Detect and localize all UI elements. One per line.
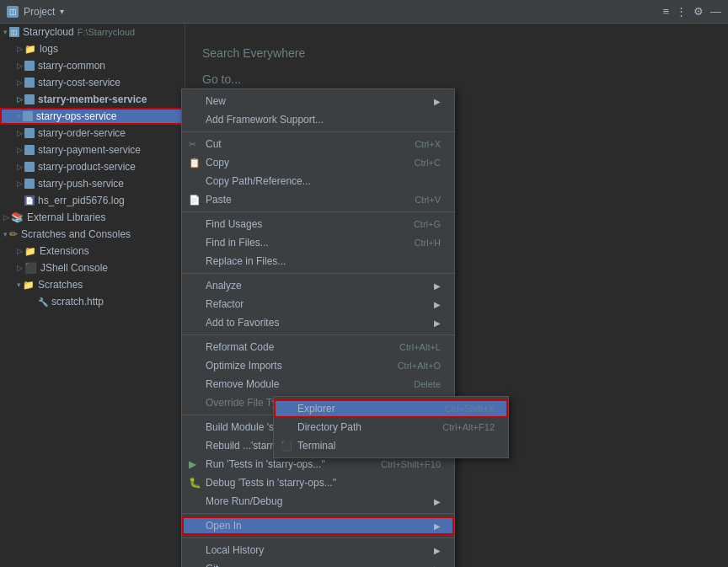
shortcut: Ctrl+G bbox=[414, 219, 441, 229]
expand-arrow: ▷ bbox=[17, 163, 23, 171]
submenu-item-terminal[interactable]: ⬛ Terminal bbox=[274, 436, 508, 455]
root-label: Starrycloud bbox=[23, 26, 74, 38]
tree-item-extensions[interactable]: ▷ 📁 Extensions bbox=[0, 243, 185, 259]
shortcut: Ctrl+Shift+F10 bbox=[381, 459, 441, 469]
submenu-arrow: ▶ bbox=[434, 281, 441, 291]
menu-item-add-to-favorites[interactable]: Add to Favorites ▶ bbox=[182, 313, 454, 332]
menu-item-local-history[interactable]: Local History ▶ bbox=[182, 541, 454, 559]
shortcut: Ctrl+Alt+O bbox=[398, 361, 441, 371]
expand-arrow: ▾ bbox=[17, 112, 21, 120]
menu-item-git[interactable]: Git ▶ bbox=[182, 559, 454, 567]
item-label: New bbox=[206, 95, 226, 107]
item-label: starry-order-service bbox=[38, 127, 126, 139]
tree-item-starry-member-service[interactable]: ▷ starry-member-service bbox=[0, 91, 185, 108]
tree-item-starry-cost-service[interactable]: ▷ starry-cost-service bbox=[0, 74, 185, 91]
item-label: Git bbox=[206, 563, 218, 567]
submenu-arrow: ▶ bbox=[434, 318, 441, 328]
tree-item-scratch-http[interactable]: ▷ 🔧 scratch.http bbox=[0, 293, 185, 310]
menu-item-new[interactable]: New ▶ bbox=[182, 92, 454, 110]
tree-item-scratches[interactable]: ▾ 📁 Scratches bbox=[0, 276, 185, 293]
separator bbox=[182, 538, 454, 538]
tree-item-starry-ops-service[interactable]: ▾ starry-ops-service bbox=[0, 108, 185, 125]
shortcut: Delete bbox=[414, 379, 441, 389]
expand-arrow: ▷ bbox=[17, 146, 23, 154]
item-label: Cut bbox=[206, 138, 222, 150]
debug-icon: 🐛 bbox=[189, 477, 201, 489]
item-label: Directory Path bbox=[297, 421, 361, 433]
item-label: scratch.http bbox=[51, 296, 104, 308]
tree-item-starry-common[interactable]: ▷ starry-common bbox=[0, 57, 185, 74]
submenu-arrow: ▶ bbox=[434, 97, 441, 106]
menu-item-debug-tests[interactable]: 🐛 Debug 'Tests in 'starry-ops...'' bbox=[182, 473, 454, 492]
item-label: Find in Files... bbox=[206, 237, 269, 249]
tree-item-hs-err-log[interactable]: ▷ 📄 hs_err_pid5676.log bbox=[0, 192, 185, 209]
expand-arrow: ▷ bbox=[3, 213, 9, 222]
submenu-arrow: ▶ bbox=[434, 564, 441, 568]
menu-item-cut[interactable]: ✂ Cut Ctrl+X bbox=[182, 135, 454, 153]
menu-item-refactor[interactable]: Refactor ▶ bbox=[182, 295, 454, 313]
submenu-item-explorer[interactable]: Explorer Ctrl+Shift+X bbox=[274, 399, 508, 418]
item-label: Local History bbox=[206, 544, 264, 556]
menu-item-reformat-code[interactable]: Reformat Code Ctrl+Alt+L bbox=[182, 338, 454, 356]
shortcut: Ctrl+Alt+F12 bbox=[442, 422, 495, 432]
menu-item-copy-path[interactable]: Copy Path/Reference... bbox=[182, 172, 454, 190]
tree-item-jshell-console[interactable]: ▷ ⬛ JShell Console bbox=[0, 259, 185, 276]
submenu-arrow: ▶ bbox=[434, 300, 441, 309]
project-panel: ▾ ◫ Starrycloud F:\Starrycloud ▷ 📁 logs … bbox=[0, 24, 185, 567]
menu-item-optimize-imports[interactable]: Optimize Imports Ctrl+Alt+O bbox=[182, 356, 454, 375]
separator bbox=[182, 211, 454, 212]
expand-arrow: ▷ bbox=[17, 264, 23, 272]
menu-item-add-framework[interactable]: Add Framework Support... bbox=[182, 110, 454, 129]
item-label: Copy bbox=[206, 157, 229, 168]
menu-item-analyze[interactable]: Analyze ▶ bbox=[182, 276, 454, 295]
tree-item-starry-product-service[interactable]: ▷ starry-product-service bbox=[0, 158, 185, 175]
expand-arrow: ▷ bbox=[17, 247, 23, 255]
separator bbox=[182, 273, 454, 274]
tree-item-scratches-and-consoles[interactable]: ▾ ✏ Scratches and Consoles bbox=[0, 226, 185, 243]
item-label: Explorer bbox=[297, 403, 335, 415]
tree-root[interactable]: ▾ ◫ Starrycloud F:\Starrycloud bbox=[0, 24, 185, 40]
tree-item-starry-push-service[interactable]: ▷ starry-push-service bbox=[0, 175, 185, 192]
root-path: F:\Starrycloud bbox=[78, 27, 135, 37]
cut-icon: ✂ bbox=[189, 139, 196, 150]
top-bar-title: Project bbox=[24, 6, 55, 18]
horizontal-split-icon[interactable]: ≡ bbox=[662, 5, 669, 18]
menu-item-more-run[interactable]: More Run/Debug ▶ bbox=[182, 492, 454, 511]
tree-item-starry-order-service[interactable]: ▷ starry-order-service bbox=[0, 125, 185, 142]
item-label: starry-payment-service bbox=[38, 144, 141, 156]
settings-icon[interactable]: ⚙ bbox=[693, 5, 704, 18]
item-label: Remove Module bbox=[206, 378, 279, 390]
expand-arrow: ▷ bbox=[17, 62, 23, 70]
item-label: hs_err_pid5676.log bbox=[38, 195, 125, 206]
module-icon bbox=[24, 162, 35, 172]
item-label: JShell Console bbox=[40, 262, 108, 274]
expand-arrow: ▷ bbox=[17, 95, 23, 104]
expand-arrow: ▷ bbox=[17, 78, 23, 87]
tree-item-starry-payment-service[interactable]: ▷ starry-payment-service bbox=[0, 142, 185, 158]
tree-item-logs[interactable]: ▷ 📁 logs bbox=[0, 40, 185, 57]
menu-item-find-usages[interactable]: Find Usages Ctrl+G bbox=[182, 215, 454, 233]
item-label: Scratches bbox=[38, 279, 83, 291]
menu-item-paste[interactable]: 📄 Paste Ctrl+V bbox=[182, 190, 454, 209]
scratch-file-icon: 🔧 bbox=[38, 297, 48, 307]
minimize-icon[interactable]: — bbox=[710, 5, 721, 18]
menu-item-copy[interactable]: 📋 Copy Ctrl+C bbox=[182, 153, 454, 172]
ext-lib-icon: 📚 bbox=[11, 211, 24, 223]
open-in-submenu: Explorer Ctrl+Shift+X Directory Path Ctr… bbox=[273, 396, 509, 458]
menu-item-remove-module[interactable]: Remove Module Delete bbox=[182, 375, 454, 393]
submenu-item-directory-path[interactable]: Directory Path Ctrl+Alt+F12 bbox=[274, 418, 508, 436]
menu-item-replace-in-files[interactable]: Replace in Files... bbox=[182, 252, 454, 270]
vertical-split-icon[interactable]: ⋮ bbox=[676, 5, 687, 18]
top-bar-dropdown-arrow[interactable]: ▾ bbox=[60, 7, 64, 16]
module-icon bbox=[24, 179, 35, 189]
menu-item-open-in[interactable]: Open In ▶ bbox=[182, 516, 454, 535]
copy-icon: 📋 bbox=[189, 158, 201, 168]
item-label: starry-product-service bbox=[38, 161, 136, 173]
item-label: starry-common bbox=[38, 60, 105, 72]
menu-item-find-in-files[interactable]: Find in Files... Ctrl+H bbox=[182, 233, 454, 252]
separator bbox=[182, 513, 454, 514]
item-label: starry-push-service bbox=[38, 178, 124, 190]
context-menu: New ▶ Add Framework Support... ✂ Cut Ctr… bbox=[181, 88, 455, 567]
item-label: Debug 'Tests in 'starry-ops...'' bbox=[206, 477, 336, 489]
tree-item-external-libraries[interactable]: ▷ 📚 External Libraries bbox=[0, 209, 185, 226]
